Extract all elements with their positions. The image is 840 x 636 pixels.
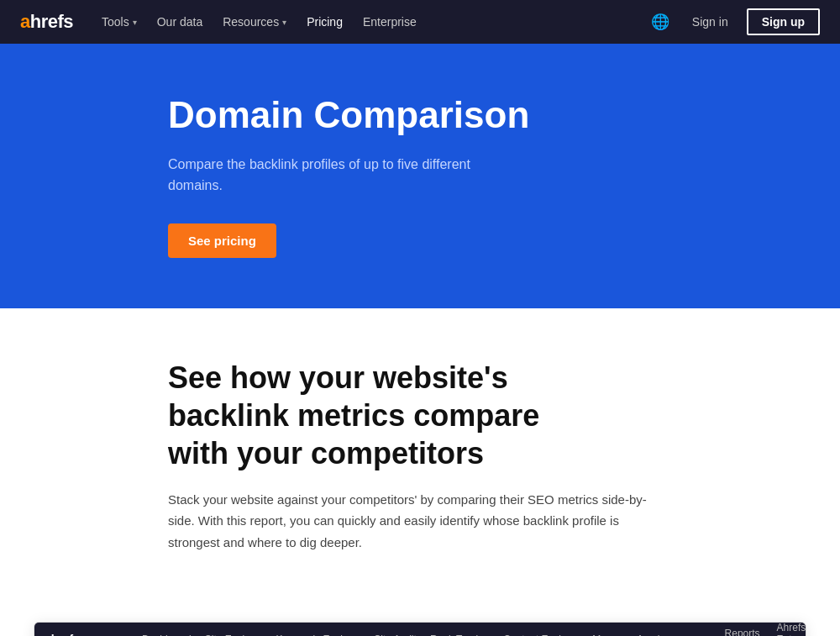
- hero-title: Domain Comparison: [168, 94, 840, 137]
- app-nav-academy[interactable]: Academy ↗: [630, 630, 696, 636]
- logo[interactable]: ahrefs: [20, 11, 73, 33]
- app-preview: ahrefs Dashboard Site Explorer Keywords …: [34, 622, 806, 636]
- app-nav-site-explorer[interactable]: Site Explorer: [198, 630, 270, 636]
- section-body: Stack your website against your competit…: [168, 489, 672, 554]
- app-nav-links: Dashboard Site Explorer Keywords Explore…: [135, 630, 696, 636]
- app-nav-more[interactable]: More ▾: [585, 630, 630, 636]
- tools-chevron-icon: ▾: [133, 18, 137, 27]
- app-nav-right: □ Reports usage ▾ Ahrefs Enterprise ▾: [696, 622, 806, 636]
- see-pricing-button[interactable]: See pricing: [168, 223, 276, 258]
- app-nav-keywords-explorer[interactable]: Keywords Explorer: [269, 630, 367, 636]
- main-nav: ahrefs Tools ▾ Our data Resources ▾ Pric…: [0, 0, 840, 44]
- app-nav-site-audit[interactable]: Site Audit: [367, 630, 423, 636]
- signup-button[interactable]: Sign up: [747, 8, 820, 35]
- section-heading: See how your website's backlink metrics …: [168, 359, 588, 472]
- logo-a: a: [20, 11, 30, 32]
- nav-tools[interactable]: Tools ▾: [93, 10, 145, 34]
- nav-enterprise[interactable]: Enterprise: [354, 10, 425, 34]
- hero-subtitle: Compare the backlink profiles of up to f…: [168, 154, 504, 197]
- app-nav-rank-tracker[interactable]: Rank Tracker: [423, 630, 496, 636]
- globe-icon: 🌐: [651, 13, 669, 31]
- nav-our-data[interactable]: Our data: [149, 10, 211, 34]
- app-nav-screen-icon[interactable]: □: [696, 630, 712, 636]
- content-section: See how your website's backlink metrics …: [0, 308, 840, 614]
- app-topbar: ahrefs Dashboard Site Explorer Keywords …: [34, 623, 806, 636]
- nav-right: 🌐 Sign in Sign up: [647, 8, 820, 35]
- hero-section: Domain Comparison Compare the backlink p…: [0, 44, 840, 308]
- app-logo: ahrefs: [45, 633, 80, 636]
- nav-links: Tools ▾ Our data Resources ▾ Pricing Ent…: [93, 10, 647, 34]
- nav-pricing[interactable]: Pricing: [298, 10, 351, 34]
- app-logo-a: a: [45, 633, 51, 636]
- app-nav-enterprise[interactable]: Ahrefs Enterprise ▾: [772, 622, 806, 636]
- resources-chevron-icon: ▾: [282, 18, 286, 27]
- language-button[interactable]: 🌐: [647, 8, 674, 35]
- app-nav-dashboard[interactable]: Dashboard: [135, 630, 198, 636]
- app-nav-content-explorer[interactable]: Content Explorer: [496, 630, 585, 636]
- app-nav-reports-usage[interactable]: Reports usage ▾: [720, 624, 765, 636]
- logo-rest: hrefs: [30, 11, 73, 32]
- signin-button[interactable]: Sign in: [684, 10, 737, 34]
- nav-resources[interactable]: Resources ▾: [214, 10, 295, 34]
